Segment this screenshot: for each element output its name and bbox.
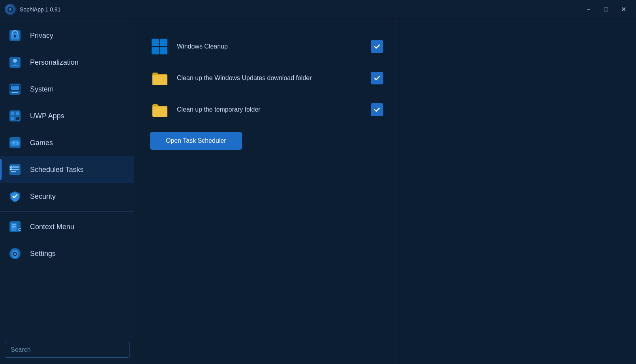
sidebar-item-settings[interactable]: Settings xyxy=(0,240,134,267)
task-checkbox-windows-cleanup[interactable] xyxy=(371,40,383,53)
svg-rect-43 xyxy=(160,47,167,54)
window-controls: − □ ✕ xyxy=(581,3,631,16)
svg-rect-26 xyxy=(11,166,19,168)
task-label-windows-updates: Clean up the Windows Updates download fo… xyxy=(177,74,363,82)
search-input[interactable] xyxy=(5,342,129,358)
svg-text:</>: </> xyxy=(18,226,21,233)
svg-rect-15 xyxy=(11,117,14,120)
sidebar-item-uwp-apps[interactable]: + UWP Apps xyxy=(0,103,134,129)
privacy-icon xyxy=(8,28,22,43)
svg-text:S: S xyxy=(9,7,11,11)
svg-rect-34 xyxy=(12,226,16,227)
svg-rect-9 xyxy=(11,86,19,90)
open-task-scheduler-button[interactable]: Open Task Scheduler xyxy=(150,132,242,150)
svg-rect-42 xyxy=(152,47,159,54)
sidebar-search xyxy=(0,336,134,364)
sidebar-label-games: Games xyxy=(30,139,53,147)
sidebar-label-scheduled-tasks: Scheduled Tasks xyxy=(30,166,84,174)
uwp-icon: + xyxy=(8,109,22,123)
svg-point-24 xyxy=(17,144,18,145)
svg-rect-28 xyxy=(11,171,16,172)
title-bar: S SophiApp 1.0.91 − □ ✕ xyxy=(0,0,636,19)
personalization-icon xyxy=(8,55,22,69)
sidebar-item-games[interactable]: Games xyxy=(0,129,134,156)
sidebar-item-scheduled-tasks[interactable]: Scheduled Tasks xyxy=(0,156,134,183)
right-panel xyxy=(399,19,636,364)
task-label-temp-folder: Clean up the temporary folder xyxy=(177,105,363,114)
svg-rect-40 xyxy=(152,39,159,46)
minimize-button[interactable]: − xyxy=(581,3,597,16)
svg-rect-35 xyxy=(12,228,14,228)
svg-rect-44 xyxy=(152,75,167,85)
sidebar-label-system: System xyxy=(30,85,54,93)
sidebar-item-privacy[interactable]: Privacy xyxy=(0,22,134,49)
sidebar-label-personalization: Personalization xyxy=(30,58,79,67)
svg-rect-33 xyxy=(12,224,16,225)
sidebar-item-personalization[interactable]: Personalization xyxy=(0,49,134,76)
svg-rect-27 xyxy=(11,169,19,170)
context-menu-icon: </> xyxy=(8,220,22,234)
app-title: SophiApp 1.0.91 xyxy=(20,6,581,13)
sidebar-item-context-menu[interactable]: </> Context Menu xyxy=(0,213,134,240)
sidebar-divider xyxy=(0,211,134,212)
sidebar-item-security[interactable]: Security xyxy=(0,183,134,210)
sidebar-item-system[interactable]: System xyxy=(0,76,134,103)
svg-text:+: + xyxy=(17,117,19,121)
task-item-windows-updates: Clean up the Windows Updates download fo… xyxy=(150,62,383,94)
svg-point-6 xyxy=(13,59,17,63)
main-layout: Privacy Personalization xyxy=(0,19,636,364)
system-icon xyxy=(8,82,22,96)
security-icon xyxy=(8,189,22,203)
svg-rect-10 xyxy=(13,91,17,92)
svg-point-23 xyxy=(17,142,18,143)
svg-rect-22 xyxy=(13,142,14,144)
folder-icon-temp xyxy=(150,100,169,119)
sidebar-label-privacy: Privacy xyxy=(30,32,53,40)
folder-icon-updates xyxy=(150,69,169,88)
task-item-windows-cleanup: Windows Cleanup xyxy=(150,31,383,62)
svg-rect-11 xyxy=(12,92,18,93)
sidebar-label-security: Security xyxy=(30,192,56,201)
sidebar-label-context-menu: Context Menu xyxy=(30,223,74,231)
sidebar-items: Privacy Personalization xyxy=(0,22,134,336)
svg-rect-20 xyxy=(10,140,20,146)
windows-icon xyxy=(150,37,169,56)
maximize-button[interactable]: □ xyxy=(598,3,614,16)
sidebar-label-uwp: UWP Apps xyxy=(30,112,64,120)
tasks-icon xyxy=(8,162,22,177)
sidebar: Privacy Personalization xyxy=(0,19,134,364)
sidebar-label-settings: Settings xyxy=(30,250,56,258)
task-checkbox-windows-updates[interactable] xyxy=(371,72,383,84)
task-item-temp-folder: Clean up the temporary folder xyxy=(150,94,383,125)
svg-rect-14 xyxy=(16,112,19,115)
content-area: Windows Cleanup Clean up the Windows Upd… xyxy=(134,19,399,364)
svg-point-39 xyxy=(14,253,16,255)
close-button[interactable]: ✕ xyxy=(615,3,631,16)
svg-rect-4 xyxy=(14,35,16,37)
svg-rect-13 xyxy=(11,112,14,115)
svg-rect-45 xyxy=(152,106,167,117)
svg-rect-41 xyxy=(160,39,167,46)
task-checkbox-temp-folder[interactable] xyxy=(371,103,383,116)
settings-icon xyxy=(8,246,22,261)
task-label-windows-cleanup: Windows Cleanup xyxy=(177,42,363,51)
games-icon xyxy=(8,136,22,150)
app-logo: S xyxy=(5,4,16,15)
